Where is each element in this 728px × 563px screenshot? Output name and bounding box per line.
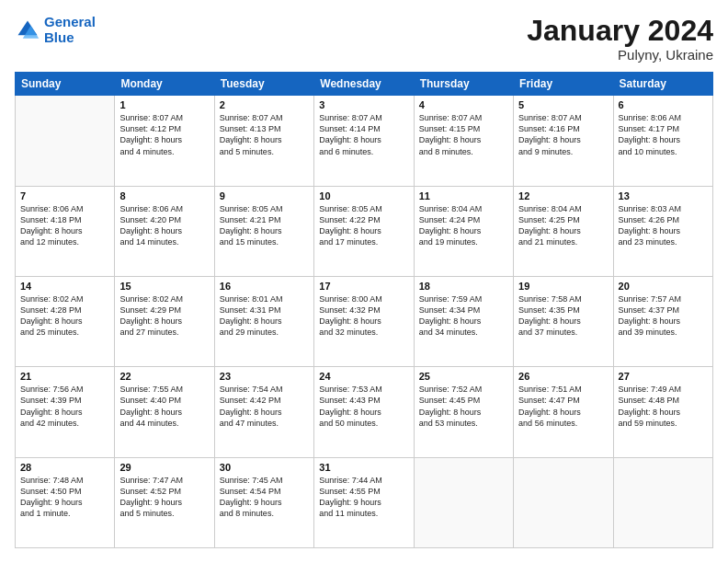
day-number: 19 [518,281,608,292]
day-cell: 18Sunrise: 7:59 AM Sunset: 4:34 PM Dayli… [414,276,513,366]
logo-text: General Blue [44,15,96,45]
day-cell: 29Sunrise: 7:47 AM Sunset: 4:52 PM Dayli… [115,457,214,547]
day-cell [613,457,712,547]
week-row-4: 28Sunrise: 7:48 AM Sunset: 4:50 PM Dayli… [16,457,713,547]
day-cell: 10Sunrise: 8:05 AM Sunset: 4:22 PM Dayli… [314,186,414,276]
day-info: Sunrise: 8:05 AM Sunset: 4:21 PM Dayligh… [220,203,309,248]
day-number: 4 [419,99,508,110]
day-number: 30 [220,462,309,473]
day-number: 9 [220,190,309,201]
day-info: Sunrise: 8:07 AM Sunset: 4:16 PM Dayligh… [518,112,608,157]
day-info: Sunrise: 7:44 AM Sunset: 4:55 PM Dayligh… [319,475,408,520]
week-row-1: 7Sunrise: 8:06 AM Sunset: 4:18 PM Daylig… [16,186,713,276]
day-info: Sunrise: 7:53 AM Sunset: 4:43 PM Dayligh… [319,384,408,429]
logo: General Blue [15,15,96,45]
day-number: 18 [419,281,508,292]
day-cell: 1Sunrise: 8:07 AM Sunset: 4:12 PM Daylig… [115,96,214,186]
day-info: Sunrise: 8:02 AM Sunset: 4:28 PM Dayligh… [20,293,109,339]
day-number: 2 [220,99,309,110]
header-cell-sunday: Sunday [16,73,115,96]
day-info: Sunrise: 8:07 AM Sunset: 4:12 PM Dayligh… [119,112,209,157]
day-cell: 4Sunrise: 8:07 AM Sunset: 4:15 PM Daylig… [414,96,513,186]
day-number: 20 [619,281,708,292]
day-number: 25 [419,371,508,382]
day-info: Sunrise: 8:06 AM Sunset: 4:17 PM Dayligh… [619,112,708,157]
day-cell: 5Sunrise: 8:07 AM Sunset: 4:16 PM Daylig… [514,96,613,186]
day-info: Sunrise: 8:07 AM Sunset: 4:15 PM Dayligh… [419,112,508,157]
day-cell: 12Sunrise: 8:04 AM Sunset: 4:25 PM Dayli… [514,186,613,276]
day-number: 5 [518,99,608,110]
day-number: 27 [619,371,708,382]
day-number: 1 [119,99,209,110]
day-cell: 13Sunrise: 8:03 AM Sunset: 4:26 PM Dayli… [613,186,712,276]
day-cell: 25Sunrise: 7:52 AM Sunset: 4:45 PM Dayli… [414,367,513,457]
day-number: 13 [619,190,708,201]
day-cell: 31Sunrise: 7:44 AM Sunset: 4:55 PM Dayli… [314,457,414,547]
day-cell: 14Sunrise: 8:02 AM Sunset: 4:28 PM Dayli… [16,276,115,366]
day-cell: 17Sunrise: 8:00 AM Sunset: 4:32 PM Dayli… [314,276,414,366]
day-info: Sunrise: 7:56 AM Sunset: 4:39 PM Dayligh… [20,384,109,429]
week-row-3: 21Sunrise: 7:56 AM Sunset: 4:39 PM Dayli… [16,367,713,457]
header-cell-wednesday: Wednesday [314,73,414,96]
day-cell: 15Sunrise: 8:02 AM Sunset: 4:29 PM Dayli… [115,276,214,366]
day-info: Sunrise: 8:05 AM Sunset: 4:22 PM Dayligh… [319,203,408,248]
day-cell: 26Sunrise: 7:51 AM Sunset: 4:47 PM Dayli… [514,367,613,457]
day-number: 29 [119,462,209,473]
day-info: Sunrise: 8:03 AM Sunset: 4:26 PM Dayligh… [619,203,708,248]
day-number: 17 [319,281,408,292]
page: General Blue January 2024 Pulyny, Ukrain… [0,0,728,563]
week-row-2: 14Sunrise: 8:02 AM Sunset: 4:28 PM Dayli… [16,276,713,366]
header-row: SundayMondayTuesdayWednesdayThursdayFrid… [16,73,713,96]
day-cell: 3Sunrise: 8:07 AM Sunset: 4:14 PM Daylig… [314,96,414,186]
day-cell: 23Sunrise: 7:54 AM Sunset: 4:42 PM Dayli… [214,367,313,457]
calendar-table: SundayMondayTuesdayWednesdayThursdayFrid… [15,72,713,548]
day-cell [514,457,613,547]
calendar-subtitle: Pulyny, Ukraine [527,47,713,63]
day-number: 12 [518,190,608,201]
day-number: 23 [220,371,309,382]
day-info: Sunrise: 7:47 AM Sunset: 4:52 PM Dayligh… [119,475,209,520]
day-info: Sunrise: 7:48 AM Sunset: 4:50 PM Dayligh… [20,475,109,520]
day-number: 11 [419,190,508,201]
day-info: Sunrise: 7:57 AM Sunset: 4:37 PM Dayligh… [619,293,708,339]
day-info: Sunrise: 7:55 AM Sunset: 4:40 PM Dayligh… [119,384,209,429]
day-cell: 28Sunrise: 7:48 AM Sunset: 4:50 PM Dayli… [16,457,115,547]
day-info: Sunrise: 8:01 AM Sunset: 4:31 PM Dayligh… [220,293,309,339]
day-info: Sunrise: 8:02 AM Sunset: 4:29 PM Dayligh… [119,293,209,339]
header: General Blue January 2024 Pulyny, Ukrain… [15,15,713,63]
day-number: 6 [619,99,708,110]
day-info: Sunrise: 8:07 AM Sunset: 4:13 PM Dayligh… [220,112,309,157]
day-number: 7 [20,190,109,201]
day-cell: 24Sunrise: 7:53 AM Sunset: 4:43 PM Dayli… [314,367,414,457]
day-cell [414,457,513,547]
logo-line2: Blue [44,29,74,45]
header-cell-saturday: Saturday [613,73,712,96]
day-number: 10 [319,190,408,201]
day-cell: 30Sunrise: 7:45 AM Sunset: 4:54 PM Dayli… [214,457,313,547]
day-cell: 9Sunrise: 8:05 AM Sunset: 4:21 PM Daylig… [214,186,313,276]
title-block: January 2024 Pulyny, Ukraine [527,15,713,63]
header-cell-thursday: Thursday [414,73,513,96]
day-info: Sunrise: 7:49 AM Sunset: 4:48 PM Dayligh… [619,384,708,429]
day-number: 16 [220,281,309,292]
day-number: 28 [20,462,109,473]
day-cell: 22Sunrise: 7:55 AM Sunset: 4:40 PM Dayli… [115,367,214,457]
logo-line1: General [44,14,96,29]
day-cell: 19Sunrise: 7:58 AM Sunset: 4:35 PM Dayli… [514,276,613,366]
day-number: 15 [119,281,209,292]
day-number: 31 [319,462,408,473]
week-row-0: 1Sunrise: 8:07 AM Sunset: 4:12 PM Daylig… [16,96,713,186]
day-info: Sunrise: 8:04 AM Sunset: 4:25 PM Dayligh… [518,203,608,248]
day-info: Sunrise: 8:00 AM Sunset: 4:32 PM Dayligh… [319,293,408,339]
day-cell: 8Sunrise: 8:06 AM Sunset: 4:20 PM Daylig… [115,186,214,276]
header-cell-tuesday: Tuesday [214,73,313,96]
day-info: Sunrise: 7:54 AM Sunset: 4:42 PM Dayligh… [220,384,309,429]
day-number: 24 [319,371,408,382]
day-info: Sunrise: 8:07 AM Sunset: 4:14 PM Dayligh… [319,112,408,157]
day-number: 21 [20,371,109,382]
day-cell: 16Sunrise: 8:01 AM Sunset: 4:31 PM Dayli… [214,276,313,366]
day-info: Sunrise: 8:04 AM Sunset: 4:24 PM Dayligh… [419,203,508,248]
header-cell-monday: Monday [115,73,214,96]
day-number: 14 [20,281,109,292]
day-info: Sunrise: 7:59 AM Sunset: 4:34 PM Dayligh… [419,293,508,339]
